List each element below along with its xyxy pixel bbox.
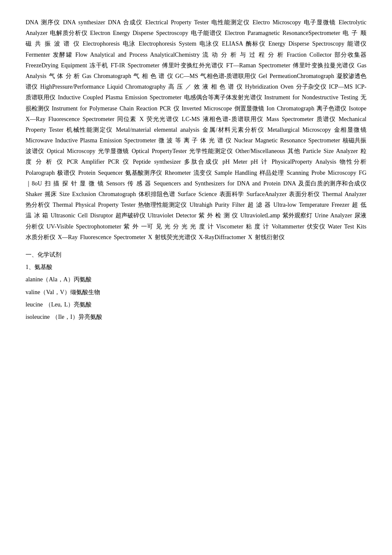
amino-acid-3: leucine （Leu, L）亮氨酸 [26,299,366,310]
main-paragraph: DNA 测序仪 DNA synthesizer DNA 合成仪 Electric… [26,17,366,243]
subsection-title-1: 1、氨基酸 [26,262,366,272]
section-title-1: 一、化学试剂 [26,249,366,260]
amino-acid-1: alanine（Ala，A）丙氨酸 [26,274,366,285]
main-content: DNA 测序仪 DNA synthesizer DNA 合成仪 Electric… [26,17,366,322]
amino-acid-2: valine（Val，V）缬氨酸生物 [26,287,366,298]
amino-acid-4: isoleucine （Ile，I）异亮氨酸 [26,312,366,322]
